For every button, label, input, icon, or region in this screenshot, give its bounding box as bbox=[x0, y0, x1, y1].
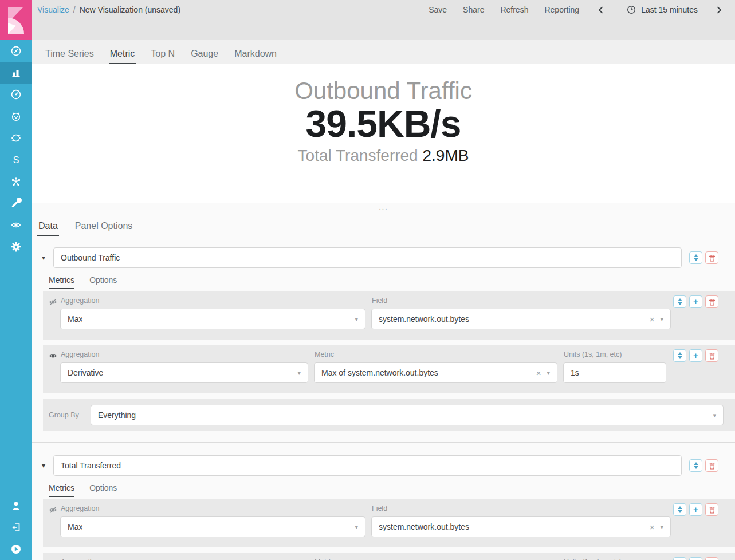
sidebar-item-collapse[interactable] bbox=[0, 538, 32, 560]
sidebar-item-management[interactable] bbox=[0, 236, 32, 258]
tab-panel-options[interactable]: Panel Options bbox=[74, 219, 134, 236]
series-1-tab-options[interactable]: Options bbox=[89, 275, 117, 289]
chevron-down-icon: ▾ bbox=[355, 316, 358, 323]
metric-delete-button[interactable] bbox=[705, 349, 718, 362]
tab-data[interactable]: Data bbox=[37, 219, 59, 236]
field-combobox[interactable]: system.network.out.bytes × ▾ bbox=[371, 309, 671, 329]
field-label: Field bbox=[372, 504, 671, 512]
chevron-left-icon bbox=[598, 6, 604, 14]
aggregation-label: Aggregation bbox=[61, 350, 308, 358]
plus-icon: + bbox=[693, 297, 698, 306]
visibility-toggle[interactable] bbox=[49, 506, 60, 516]
series-1-delete-button[interactable] bbox=[705, 251, 718, 264]
series-2-header: ▾ bbox=[42, 455, 735, 476]
sidebar-item-timelion[interactable] bbox=[0, 105, 32, 127]
metric-sort-button[interactable] bbox=[673, 349, 686, 362]
tab-markdown[interactable]: Markdown bbox=[233, 44, 278, 64]
sidebar-item-graph[interactable] bbox=[0, 171, 32, 192]
metric-sort-button[interactable] bbox=[673, 503, 686, 516]
sidebar-item-monitoring[interactable] bbox=[0, 214, 32, 236]
metric-delete-button[interactable] bbox=[705, 295, 718, 308]
panel-resize-handle-icon[interactable]: ··· bbox=[32, 203, 735, 215]
metric-field: Metric ▾ bbox=[314, 558, 557, 560]
sidebar-item-discover[interactable] bbox=[0, 40, 32, 62]
tab-top-n[interactable]: Top N bbox=[150, 44, 176, 64]
series-1-collapse-caret-icon[interactable]: ▾ bbox=[42, 254, 53, 262]
aggregation-label: Aggregation bbox=[61, 297, 365, 305]
metric-sort-button[interactable] bbox=[673, 557, 686, 560]
svg-text:S: S bbox=[13, 155, 19, 165]
sidebar-item-dev-tools[interactable] bbox=[0, 192, 32, 214]
metric-sort-button[interactable] bbox=[673, 295, 686, 308]
time-forward-button[interactable] bbox=[714, 6, 725, 14]
clear-icon[interactable]: × bbox=[650, 522, 655, 532]
metric-combobox[interactable]: Max of system.network.out.bytes × ▾ bbox=[314, 362, 557, 383]
sidebar-item-s-plugin[interactable]: S bbox=[0, 149, 32, 171]
refresh-button[interactable]: Refresh bbox=[500, 5, 528, 14]
tab-gauge[interactable]: Gauge bbox=[190, 44, 219, 64]
sidebar-item-dashboard[interactable] bbox=[0, 84, 32, 105]
breadcrumb-current-page: New Visualization (unsaved) bbox=[80, 5, 180, 14]
metric-add-button[interactable]: + bbox=[689, 349, 702, 362]
sidebar-item-logout[interactable] bbox=[0, 516, 32, 538]
metric-add-button[interactable]: + bbox=[689, 503, 702, 516]
metric-title: Outbound Traffic bbox=[32, 78, 735, 104]
breadcrumb-separator: / bbox=[73, 5, 76, 14]
plus-icon: + bbox=[693, 505, 698, 514]
series-2-name-input[interactable] bbox=[53, 455, 682, 476]
sidebar-item-visualize[interactable] bbox=[0, 62, 32, 84]
time-back-button[interactable] bbox=[595, 6, 606, 14]
metric-delete-button[interactable] bbox=[705, 503, 718, 516]
tab-time-series[interactable]: Time Series bbox=[44, 44, 95, 64]
metric-field: Metric Max of system.network.out.bytes ×… bbox=[314, 350, 557, 383]
series-2-tab-metrics[interactable]: Metrics bbox=[49, 483, 74, 497]
series-1-agg-row-2: Aggregation Derivative ▾ Metric Max of s… bbox=[43, 345, 735, 393]
metric-add-button[interactable]: + bbox=[689, 295, 702, 308]
chevron-down-icon: ▾ bbox=[660, 523, 663, 531]
metric-add-button[interactable]: + bbox=[689, 557, 702, 560]
units-input[interactable] bbox=[563, 362, 666, 383]
gauge-icon bbox=[10, 89, 22, 100]
aggregation-select[interactable]: Max ▾ bbox=[60, 516, 365, 537]
row-buttons: + bbox=[673, 503, 718, 516]
sidebar-item-canvas[interactable] bbox=[0, 127, 32, 149]
time-picker-button[interactable]: Last 15 minutes bbox=[627, 5, 698, 14]
aggregation-select[interactable]: Max ▾ bbox=[60, 309, 365, 329]
breadcrumb: Visualize / New Visualization (unsaved) bbox=[37, 5, 180, 14]
field-field: Field system.network.out.bytes × ▾ bbox=[371, 504, 671, 537]
series-2-delete-button[interactable] bbox=[705, 459, 718, 472]
share-button[interactable]: Share bbox=[463, 5, 484, 14]
aggregation-label: Aggregation bbox=[61, 504, 365, 512]
reporting-button[interactable]: Reporting bbox=[544, 5, 579, 14]
sidebar-item-user[interactable] bbox=[0, 495, 32, 516]
metric-visualization: Outbound Traffic 39.5KB/s Total Transfer… bbox=[32, 64, 735, 203]
compass-icon bbox=[10, 45, 22, 57]
aggregation-select[interactable]: Derivative ▾ bbox=[60, 362, 308, 383]
visibility-toggle[interactable] bbox=[49, 352, 60, 362]
clear-icon[interactable]: × bbox=[536, 368, 541, 378]
series-2-tab-options[interactable]: Options bbox=[89, 483, 117, 497]
aggregation-field: Aggregation Max ▾ bbox=[60, 296, 365, 329]
sidebar-spacer bbox=[0, 258, 32, 495]
series-1-header-buttons bbox=[689, 251, 718, 264]
series-1-name-input[interactable] bbox=[53, 247, 682, 268]
visibility-toggle[interactable] bbox=[49, 298, 60, 308]
aggregation-field: Aggregation Derivative ▾ bbox=[60, 350, 308, 383]
metric-label: Metric bbox=[315, 350, 557, 358]
save-button[interactable]: Save bbox=[429, 5, 447, 14]
plus-icon: + bbox=[693, 351, 698, 360]
metric-delete-button[interactable] bbox=[705, 557, 718, 560]
clear-icon[interactable]: × bbox=[650, 314, 655, 324]
aggregation-field: Aggregation ▾ bbox=[60, 558, 308, 560]
kibana-logo[interactable] bbox=[0, 0, 32, 40]
series-1-sort-button[interactable] bbox=[689, 251, 702, 264]
series-1-tab-metrics[interactable]: Metrics bbox=[49, 275, 74, 289]
series-2-collapse-caret-icon[interactable]: ▾ bbox=[42, 462, 53, 470]
tab-metric[interactable]: Metric bbox=[109, 44, 136, 64]
bar-chart-icon bbox=[10, 67, 22, 78]
group-by-select[interactable]: Everything ▾ bbox=[91, 405, 724, 425]
series-2-sort-button[interactable] bbox=[689, 459, 702, 472]
field-combobox[interactable]: system.network.out.bytes × ▾ bbox=[371, 516, 671, 537]
breadcrumb-visualize-link[interactable]: Visualize bbox=[37, 5, 69, 14]
chevron-down-icon: ▾ bbox=[547, 369, 550, 377]
